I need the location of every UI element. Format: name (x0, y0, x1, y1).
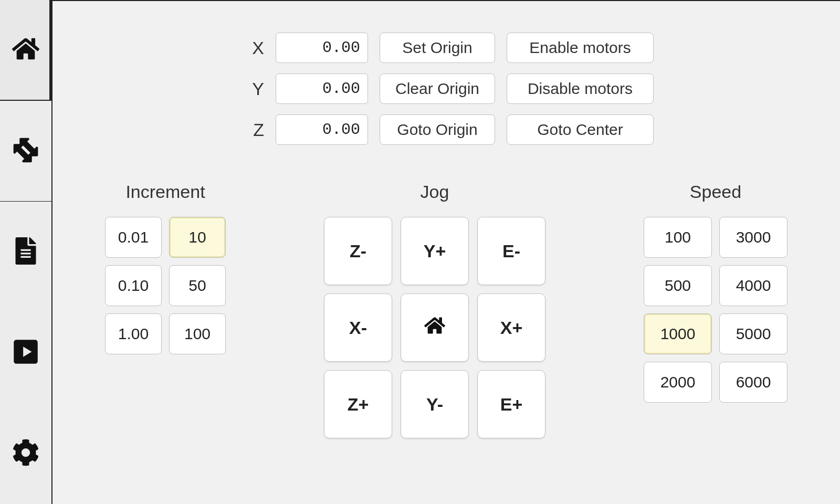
jog-grid: Z- Y+ E- X- X+ Z+ Y- E+ (324, 217, 545, 438)
increment-option-button[interactable]: 10 (169, 217, 226, 258)
jog-z-minus-button[interactable]: Z- (324, 217, 392, 285)
jog-x-minus-button[interactable]: X- (324, 293, 392, 362)
speed-title: Speed (690, 182, 741, 202)
goto-center-button[interactable]: Goto Center (507, 114, 654, 145)
increment-option-button[interactable]: 100 (169, 313, 226, 354)
jog-home-button[interactable] (401, 293, 469, 362)
speed-grid: 100300050040001000500020006000 (644, 217, 788, 403)
y-coord-value: 0.00 (276, 74, 368, 104)
jog-y-minus-button[interactable]: Y- (401, 370, 469, 438)
speed-option-button[interactable]: 2000 (644, 362, 712, 403)
speed-option-button[interactable]: 500 (644, 265, 712, 306)
increment-option-button[interactable]: 1.00 (105, 313, 162, 354)
set-origin-button[interactable]: Set Origin (380, 33, 495, 63)
nav-settings[interactable] (0, 403, 51, 504)
jog-e-plus-button[interactable]: E+ (477, 370, 545, 438)
y-axis-label: Y (239, 79, 264, 99)
jog-e-minus-button[interactable]: E- (477, 217, 545, 285)
home-icon (12, 35, 39, 65)
jog-title: Jog (421, 182, 449, 202)
increment-section: Increment 0.01100.10501.00100 (105, 182, 226, 438)
z-coord-value: 0.00 (276, 114, 368, 145)
increment-option-button[interactable]: 0.10 (105, 265, 162, 306)
nav-home[interactable] (0, 0, 51, 101)
increment-option-button[interactable]: 50 (169, 265, 226, 306)
speed-option-button[interactable]: 3000 (719, 217, 788, 258)
speed-option-button[interactable]: 4000 (719, 265, 788, 306)
x-coord-value: 0.00 (276, 33, 368, 63)
speed-option-button[interactable]: 1000 (644, 313, 712, 354)
goto-origin-button[interactable]: Goto Origin (380, 114, 495, 145)
position-controls: X 0.00 Set Origin Enable motors Y 0.00 C… (239, 33, 654, 145)
increment-option-button[interactable]: 0.01 (105, 217, 162, 258)
jog-y-plus-button[interactable]: Y+ (401, 217, 469, 285)
nav-move[interactable] (0, 101, 51, 202)
increment-title: Increment (125, 182, 205, 202)
play-icon (12, 338, 39, 368)
arrows-icon (12, 136, 39, 166)
speed-option-button[interactable]: 5000 (719, 313, 788, 354)
clear-origin-button[interactable]: Clear Origin (380, 74, 495, 104)
file-icon (12, 237, 39, 267)
nav-file[interactable] (0, 202, 51, 302)
jog-x-plus-button[interactable]: X+ (477, 293, 545, 362)
jog-z-plus-button[interactable]: Z+ (324, 370, 392, 438)
nav-play[interactable] (0, 302, 51, 403)
speed-section: Speed 100300050040001000500020006000 (644, 182, 788, 438)
main-panel: X 0.00 Set Origin Enable motors Y 0.00 C… (52, 0, 840, 504)
disable-motors-button[interactable]: Disable motors (507, 74, 654, 104)
home-icon (424, 315, 445, 340)
z-axis-label: Z (239, 120, 264, 140)
increment-grid: 0.01100.10501.00100 (105, 217, 226, 354)
jog-section: Jog Z- Y+ E- X- X+ Z+ Y- E+ (324, 182, 545, 438)
enable-motors-button[interactable]: Enable motors (507, 33, 654, 63)
speed-option-button[interactable]: 6000 (719, 362, 788, 403)
sidebar-nav (0, 0, 52, 504)
lower-controls: Increment 0.01100.10501.00100 Jog Z- Y+ … (105, 182, 788, 438)
gear-icon (12, 439, 39, 468)
x-axis-label: X (239, 38, 264, 58)
speed-option-button[interactable]: 100 (644, 217, 712, 258)
